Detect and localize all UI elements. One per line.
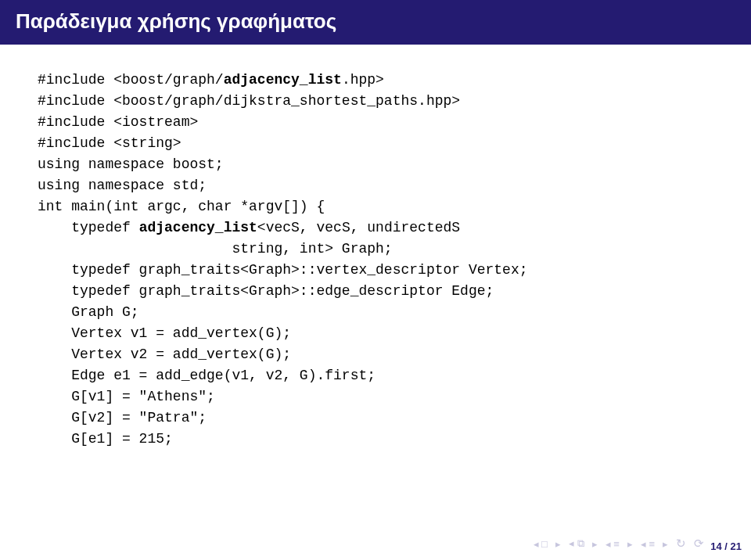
nav-back-icon[interactable]: ◂ ≡ — [641, 538, 655, 550]
nav-prev-icon[interactable]: ▸ — [555, 538, 561, 550]
nav-sub-prev-icon[interactable]: ◂ ≡ — [605, 538, 620, 550]
nav-sub-next-icon[interactable]: ▸ — [627, 538, 633, 550]
search-icon[interactable]: ⟳ — [694, 537, 704, 551]
code-line: using namespace boost; — [38, 154, 713, 175]
nav-first-icon[interactable]: ◂ □ — [534, 538, 548, 550]
code-block: #include <boost/graph/adjacency_list.hpp… — [0, 45, 751, 450]
title-text: Παράδειγμα χρήσης γραφήματος — [16, 9, 336, 33]
nav-controls: ◂ □ ▸ ◂ ⧉ ▸ ◂ ≡ ▸ ◂ ≡ ▸ ↻ ⟳ — [534, 537, 705, 551]
code-line: G[e1] = 215; — [38, 429, 713, 450]
code-line: typedef graph_traits<Graph>::vertex_desc… — [38, 260, 713, 281]
code-line: #include <iostream> — [38, 112, 713, 133]
code-line: G[v2] = "Patra"; — [38, 407, 713, 429]
code-line: using namespace std; — [38, 175, 713, 196]
loop-icon[interactable]: ↻ — [676, 537, 686, 551]
nav-section-prev-icon[interactable]: ◂ ⧉ — [569, 537, 584, 550]
code-line: Vertex v2 = add_vertex(G); — [38, 344, 713, 365]
code-line: Edge e1 = add_edge(v1, v2, G).first; — [38, 365, 713, 386]
slide-title: Παράδειγμα χρήσης γραφήματος — [0, 0, 751, 45]
code-line: string, int> Graph; — [38, 239, 713, 260]
code-line: typedef graph_traits<Graph>::edge_descri… — [38, 281, 713, 302]
code-line: G[v1] = "Athens"; — [38, 386, 713, 407]
page-number: 14 / 21 — [710, 540, 742, 552]
nav-forward-icon[interactable]: ▸ — [663, 538, 668, 550]
code-line: Graph G; — [38, 302, 713, 323]
code-line: #include <boost/graph/dijkstra_shortest_… — [38, 91, 713, 112]
nav-section-next-icon[interactable]: ▸ — [592, 538, 598, 550]
code-line: typedef adjacency_list<vecS, vecS, undir… — [38, 217, 713, 239]
code-line: #include <string> — [38, 133, 713, 154]
code-line: Vertex v1 = add_vertex(G); — [38, 323, 713, 344]
code-line: #include <boost/graph/adjacency_list.hpp… — [38, 70, 713, 91]
code-line: int main(int argc, char *argv[]) { — [38, 196, 713, 217]
